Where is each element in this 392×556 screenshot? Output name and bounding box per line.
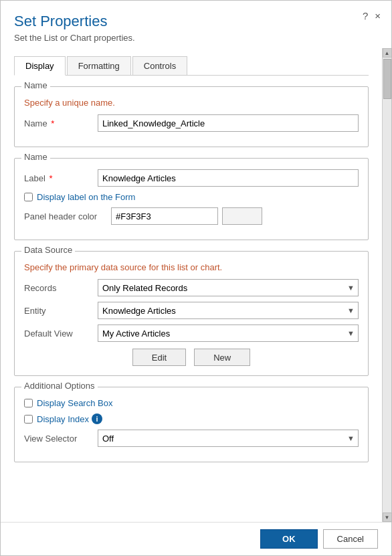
- display-search-box-label: Display Search Box: [37, 398, 112, 408]
- label-label: Label *: [24, 173, 98, 183]
- name-input[interactable]: [98, 114, 359, 132]
- color-swatch[interactable]: [222, 207, 262, 225]
- label-field-row: Label *: [24, 169, 359, 187]
- scrollbar-up-button[interactable]: ▲: [383, 48, 392, 58]
- name-required-star: *: [51, 118, 54, 128]
- label-section-inner: Label * Display label on the Form Panel …: [24, 169, 359, 225]
- label-required-star: *: [49, 173, 52, 183]
- records-select[interactable]: Only Related Records All Records: [98, 279, 359, 296]
- records-select-wrapper: Only Related Records All Records ▼: [98, 279, 359, 296]
- entity-select-wrapper: Knowledge Articles Accounts Contacts ▼: [98, 302, 359, 319]
- display-index-checkbox[interactable]: [24, 415, 33, 424]
- records-row: Records Only Related Records All Records…: [24, 279, 359, 296]
- dialog-footer: OK Cancel: [1, 522, 391, 555]
- display-label-text: Display label on the Form: [37, 192, 135, 202]
- name-section-1-legend: Name: [21, 80, 50, 90]
- scrollbar-down-button[interactable]: ▼: [383, 513, 392, 522]
- edit-new-buttons-row: Edit New: [24, 349, 359, 366]
- help-icon[interactable]: ?: [363, 10, 368, 21]
- scrollbar-track: ▲ ▼: [382, 48, 391, 522]
- data-source-section: Data Source Specify the primary data sou…: [14, 251, 369, 376]
- ok-button[interactable]: OK: [260, 529, 318, 549]
- scrollbar-area: Display Formatting Controls Name Specify…: [1, 48, 391, 522]
- display-label-checkbox[interactable]: [24, 193, 33, 201]
- panel-header-label: Panel header color: [24, 211, 111, 221]
- display-index-info-icon[interactable]: i: [92, 413, 102, 424]
- dialog-title: Set Properties: [14, 13, 378, 30]
- data-source-description: Specify the primary data source for this…: [24, 262, 359, 272]
- display-index-row: Display Index i: [24, 413, 359, 424]
- dialog-content: Display Formatting Controls Name Specify…: [1, 48, 382, 522]
- name-field-row: Name *: [24, 114, 359, 132]
- dialog-subtitle: Set the List or Chart properties.: [14, 33, 378, 43]
- entity-select[interactable]: Knowledge Articles Accounts Contacts: [98, 302, 359, 319]
- tab-display[interactable]: Display: [14, 56, 66, 76]
- view-selector-select[interactable]: Off Show All Views Show Selected Views: [98, 430, 359, 447]
- name-section-1: Name Specify a unique name. Name *: [14, 86, 369, 147]
- dialog-header: Set Properties Set the List or Chart pro…: [1, 1, 391, 48]
- label-section-legend: Name: [21, 152, 50, 162]
- tab-controls[interactable]: Controls: [132, 56, 187, 75]
- display-index-label: Display Index: [37, 414, 89, 424]
- tab-formatting[interactable]: Formatting: [67, 56, 131, 75]
- default-view-row: Default View My Active Articles Active A…: [24, 325, 359, 342]
- tabs-container: Display Formatting Controls: [14, 56, 369, 76]
- view-selector-label: View Selector: [24, 434, 98, 444]
- display-label-row: Display label on the Form: [24, 192, 359, 202]
- dialog-top-controls: ? ×: [363, 10, 381, 21]
- records-label: Records: [24, 283, 98, 293]
- additional-options-legend: Additional Options: [21, 381, 98, 391]
- view-selector-wrapper: Off Show All Views Show Selected Views ▼: [98, 430, 359, 447]
- name-section-1-inner: Specify a unique name. Name *: [24, 98, 359, 132]
- cancel-button[interactable]: Cancel: [323, 529, 378, 549]
- close-icon[interactable]: ×: [375, 10, 381, 21]
- entity-row: Entity Knowledge Articles Accounts Conta…: [24, 302, 359, 319]
- data-source-inner: Specify the primary data source for this…: [24, 262, 359, 366]
- additional-options-section: Additional Options Display Search Box Di…: [14, 387, 369, 462]
- display-search-box-row: Display Search Box: [24, 398, 359, 408]
- data-source-legend: Data Source: [21, 245, 75, 255]
- label-section: Name Label * Display label on the Form: [14, 158, 369, 240]
- name-label: Name *: [24, 118, 98, 128]
- panel-header-row: Panel header color: [24, 207, 359, 225]
- label-input[interactable]: [98, 169, 359, 187]
- display-search-box-checkbox[interactable]: [24, 399, 33, 407]
- entity-label: Entity: [24, 306, 98, 316]
- view-selector-row: View Selector Off Show All Views Show Se…: [24, 430, 359, 447]
- default-view-select[interactable]: My Active Articles Active Articles All A…: [98, 325, 359, 342]
- default-view-select-wrapper: My Active Articles Active Articles All A…: [98, 325, 359, 342]
- panel-header-input[interactable]: [111, 207, 218, 225]
- edit-button[interactable]: Edit: [132, 349, 186, 366]
- dialog: Set Properties Set the List or Chart pro…: [0, 0, 392, 556]
- new-button[interactable]: New: [194, 349, 250, 366]
- default-view-label: Default View: [24, 329, 98, 339]
- additional-options-inner: Display Search Box Display Index i View …: [24, 398, 359, 447]
- scrollbar-thumb[interactable]: [383, 59, 391, 99]
- name-section-1-description: Specify a unique name.: [24, 98, 359, 108]
